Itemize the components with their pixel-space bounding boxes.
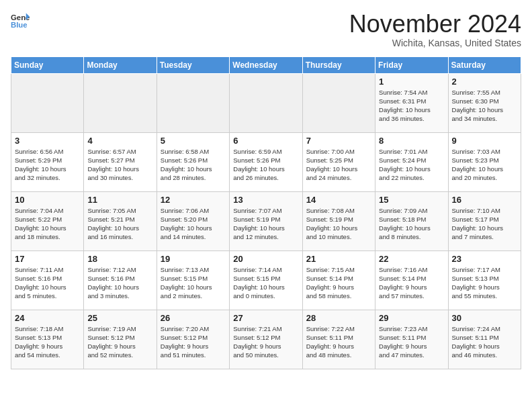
location: Wichita, Kansas, United States bbox=[349, 38, 521, 48]
calendar-cell: 22Sunrise: 7:16 AM Sunset: 5:14 PM Dayli… bbox=[375, 250, 448, 310]
day-info: Sunrise: 7:05 AM Sunset: 5:21 PM Dayligh… bbox=[87, 206, 152, 242]
day-number: 7 bbox=[306, 136, 371, 146]
day-info: Sunrise: 7:19 AM Sunset: 5:12 PM Dayligh… bbox=[87, 324, 152, 360]
weekday-header: Thursday bbox=[302, 56, 375, 73]
day-info: Sunrise: 7:00 AM Sunset: 5:25 PM Dayligh… bbox=[306, 147, 371, 183]
calendar-cell: 9Sunrise: 7:03 AM Sunset: 5:23 PM Daylig… bbox=[448, 132, 521, 191]
day-info: Sunrise: 7:23 AM Sunset: 5:11 PM Dayligh… bbox=[379, 324, 444, 360]
calendar-cell: 11Sunrise: 7:05 AM Sunset: 5:21 PM Dayli… bbox=[84, 191, 157, 250]
day-number: 22 bbox=[379, 254, 444, 264]
calendar-week-row: 3Sunrise: 6:56 AM Sunset: 5:29 PM Daylig… bbox=[11, 132, 521, 191]
calendar-cell: 25Sunrise: 7:19 AM Sunset: 5:12 PM Dayli… bbox=[84, 310, 157, 369]
day-number: 26 bbox=[161, 313, 226, 323]
calendar-week-row: 17Sunrise: 7:11 AM Sunset: 5:16 PM Dayli… bbox=[11, 250, 521, 310]
day-info: Sunrise: 7:15 AM Sunset: 5:14 PM Dayligh… bbox=[306, 265, 371, 301]
day-number: 23 bbox=[452, 254, 517, 264]
calendar-cell: 24Sunrise: 7:18 AM Sunset: 5:13 PM Dayli… bbox=[11, 310, 84, 369]
day-info: Sunrise: 7:55 AM Sunset: 6:30 PM Dayligh… bbox=[452, 88, 517, 124]
calendar-cell: 23Sunrise: 7:17 AM Sunset: 5:13 PM Dayli… bbox=[448, 250, 521, 310]
calendar-cell: 20Sunrise: 7:14 AM Sunset: 5:15 PM Dayli… bbox=[230, 250, 302, 310]
day-number: 10 bbox=[15, 195, 80, 205]
calendar-week-row: 24Sunrise: 7:18 AM Sunset: 5:13 PM Dayli… bbox=[11, 310, 521, 369]
day-number: 2 bbox=[452, 77, 517, 87]
day-number: 20 bbox=[233, 254, 298, 264]
logo: General Blue bbox=[11, 11, 30, 30]
svg-text:Blue: Blue bbox=[11, 21, 28, 29]
calendar-cell: 16Sunrise: 7:10 AM Sunset: 5:17 PM Dayli… bbox=[448, 191, 521, 250]
day-info: Sunrise: 7:16 AM Sunset: 5:14 PM Dayligh… bbox=[379, 265, 444, 301]
day-number: 4 bbox=[87, 136, 152, 146]
day-number: 18 bbox=[87, 254, 152, 264]
day-number: 13 bbox=[233, 195, 298, 205]
calendar-cell: 27Sunrise: 7:21 AM Sunset: 5:12 PM Dayli… bbox=[230, 310, 302, 369]
calendar-cell: 14Sunrise: 7:08 AM Sunset: 5:19 PM Dayli… bbox=[302, 191, 375, 250]
day-info: Sunrise: 7:10 AM Sunset: 5:17 PM Dayligh… bbox=[452, 206, 517, 242]
calendar-cell bbox=[157, 73, 229, 132]
day-number: 3 bbox=[15, 136, 80, 146]
day-number: 12 bbox=[161, 195, 226, 205]
weekday-header-row: SundayMondayTuesdayWednesdayThursdayFrid… bbox=[11, 56, 521, 73]
weekday-header: Friday bbox=[375, 56, 448, 73]
calendar-cell: 28Sunrise: 7:22 AM Sunset: 5:11 PM Dayli… bbox=[302, 310, 375, 369]
day-number: 21 bbox=[306, 254, 371, 264]
day-info: Sunrise: 7:17 AM Sunset: 5:13 PM Dayligh… bbox=[452, 265, 517, 301]
day-info: Sunrise: 7:24 AM Sunset: 5:11 PM Dayligh… bbox=[452, 324, 517, 360]
day-number: 15 bbox=[379, 195, 444, 205]
calendar-week-row: 1Sunrise: 7:54 AM Sunset: 6:31 PM Daylig… bbox=[11, 73, 521, 132]
calendar-cell: 13Sunrise: 7:07 AM Sunset: 5:19 PM Dayli… bbox=[230, 191, 302, 250]
calendar-cell: 4Sunrise: 6:57 AM Sunset: 5:27 PM Daylig… bbox=[84, 132, 157, 191]
calendar-cell: 1Sunrise: 7:54 AM Sunset: 6:31 PM Daylig… bbox=[375, 73, 448, 132]
calendar-cell: 5Sunrise: 6:58 AM Sunset: 5:26 PM Daylig… bbox=[157, 132, 229, 191]
day-info: Sunrise: 7:12 AM Sunset: 5:16 PM Dayligh… bbox=[87, 265, 152, 301]
day-info: Sunrise: 7:07 AM Sunset: 5:19 PM Dayligh… bbox=[233, 206, 298, 242]
day-number: 16 bbox=[452, 195, 517, 205]
title-block: November 2024 Wichita, Kansas, United St… bbox=[349, 11, 521, 48]
day-number: 9 bbox=[452, 136, 517, 146]
day-number: 6 bbox=[233, 136, 298, 146]
day-number: 29 bbox=[379, 313, 444, 323]
day-info: Sunrise: 7:06 AM Sunset: 5:20 PM Dayligh… bbox=[161, 206, 226, 242]
day-info: Sunrise: 7:01 AM Sunset: 5:24 PM Dayligh… bbox=[379, 147, 444, 183]
day-info: Sunrise: 6:59 AM Sunset: 5:26 PM Dayligh… bbox=[233, 147, 298, 183]
day-number: 24 bbox=[15, 313, 80, 323]
calendar-cell: 2Sunrise: 7:55 AM Sunset: 6:30 PM Daylig… bbox=[448, 73, 521, 132]
day-number: 5 bbox=[161, 136, 226, 146]
calendar-cell: 10Sunrise: 7:04 AM Sunset: 5:22 PM Dayli… bbox=[11, 191, 84, 250]
calendar-cell: 26Sunrise: 7:20 AM Sunset: 5:12 PM Dayli… bbox=[157, 310, 229, 369]
calendar-cell: 17Sunrise: 7:11 AM Sunset: 5:16 PM Dayli… bbox=[11, 250, 84, 310]
day-number: 30 bbox=[452, 313, 517, 323]
day-info: Sunrise: 7:03 AM Sunset: 5:23 PM Dayligh… bbox=[452, 147, 517, 183]
calendar-cell: 12Sunrise: 7:06 AM Sunset: 5:20 PM Dayli… bbox=[157, 191, 229, 250]
calendar-cell: 6Sunrise: 6:59 AM Sunset: 5:26 PM Daylig… bbox=[230, 132, 302, 191]
day-info: Sunrise: 6:56 AM Sunset: 5:29 PM Dayligh… bbox=[15, 147, 80, 183]
day-number: 1 bbox=[379, 77, 444, 87]
calendar-cell: 18Sunrise: 7:12 AM Sunset: 5:16 PM Dayli… bbox=[84, 250, 157, 310]
calendar-week-row: 10Sunrise: 7:04 AM Sunset: 5:22 PM Dayli… bbox=[11, 191, 521, 250]
calendar-cell: 19Sunrise: 7:13 AM Sunset: 5:15 PM Dayli… bbox=[157, 250, 229, 310]
calendar-cell: 15Sunrise: 7:09 AM Sunset: 5:18 PM Dayli… bbox=[375, 191, 448, 250]
day-info: Sunrise: 7:54 AM Sunset: 6:31 PM Dayligh… bbox=[379, 88, 444, 124]
day-info: Sunrise: 7:14 AM Sunset: 5:15 PM Dayligh… bbox=[233, 265, 298, 301]
weekday-header: Sunday bbox=[11, 56, 84, 73]
day-info: Sunrise: 7:08 AM Sunset: 5:19 PM Dayligh… bbox=[306, 206, 371, 242]
day-info: Sunrise: 7:13 AM Sunset: 5:15 PM Dayligh… bbox=[161, 265, 226, 301]
calendar-cell bbox=[230, 73, 302, 132]
day-number: 27 bbox=[233, 313, 298, 323]
calendar-cell bbox=[11, 73, 84, 132]
day-info: Sunrise: 7:04 AM Sunset: 5:22 PM Dayligh… bbox=[15, 206, 80, 242]
calendar-cell bbox=[302, 73, 375, 132]
logo-icon: General Blue bbox=[11, 11, 30, 30]
day-info: Sunrise: 7:20 AM Sunset: 5:12 PM Dayligh… bbox=[161, 324, 226, 360]
day-info: Sunrise: 7:09 AM Sunset: 5:18 PM Dayligh… bbox=[379, 206, 444, 242]
day-number: 11 bbox=[87, 195, 152, 205]
day-number: 17 bbox=[15, 254, 80, 264]
calendar-table: SundayMondayTuesdayWednesdayThursdayFrid… bbox=[11, 56, 521, 369]
page-header: General Blue November 2024 Wichita, Kans… bbox=[11, 11, 521, 48]
day-info: Sunrise: 7:11 AM Sunset: 5:16 PM Dayligh… bbox=[15, 265, 80, 301]
weekday-header: Wednesday bbox=[230, 56, 302, 73]
day-info: Sunrise: 7:22 AM Sunset: 5:11 PM Dayligh… bbox=[306, 324, 371, 360]
calendar-cell: 7Sunrise: 7:00 AM Sunset: 5:25 PM Daylig… bbox=[302, 132, 375, 191]
calendar-cell: 8Sunrise: 7:01 AM Sunset: 5:24 PM Daylig… bbox=[375, 132, 448, 191]
weekday-header: Saturday bbox=[448, 56, 521, 73]
weekday-header: Tuesday bbox=[157, 56, 229, 73]
